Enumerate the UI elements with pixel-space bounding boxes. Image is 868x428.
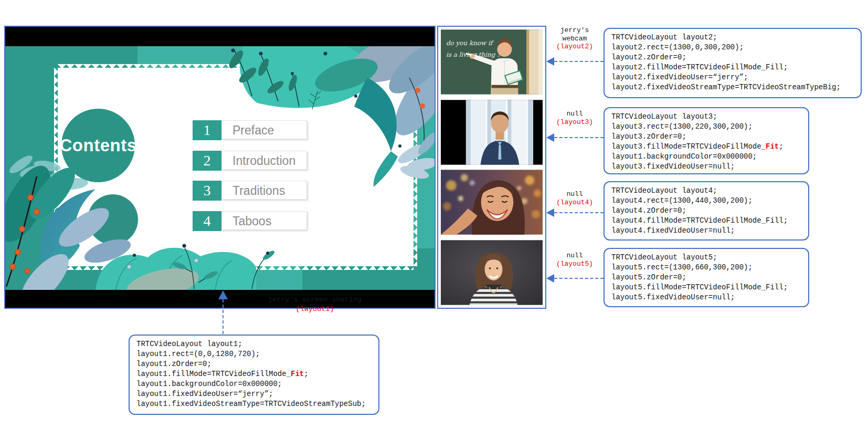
toc-item: 1 Preface bbox=[193, 120, 307, 140]
callout-ref-layout4: (layout4) bbox=[547, 199, 602, 207]
code-line: layout3.zOrder=0; bbox=[611, 132, 801, 142]
toc-item: 3 Traditions bbox=[193, 181, 307, 201]
video-thumb-man-tie bbox=[441, 100, 543, 165]
arrow-to-thumb-layout2 bbox=[554, 61, 604, 62]
trtc-mix-layout-diagram: Contents 1 Preface 2 Introduction 3 Trad… bbox=[0, 0, 868, 428]
code-line: layout5.rect=(1300,660,300,200); bbox=[611, 263, 801, 273]
code-line: layout1.backgroundColor=0x000000; bbox=[611, 152, 801, 162]
toc-item-label: Introduction bbox=[221, 151, 307, 170]
arrow-to-slide-layout1 bbox=[223, 299, 224, 334]
code-line: layout2.fixedVideoUser=“jerry”; bbox=[611, 72, 854, 82]
code-box-layout4: TRTCVideoLayout layout4;layout4.rect=(13… bbox=[604, 181, 809, 241]
callout-label-layout2: jerry's webcam (layout2) bbox=[547, 26, 602, 51]
slide-title: Contents bbox=[60, 135, 137, 155]
callout-label-layout1: jerry’s screen sharing (layout1) bbox=[236, 295, 394, 314]
screen-share-region: Contents 1 Preface 2 Introduction 3 Trad… bbox=[4, 26, 436, 309]
code-box-layout1: TRTCVideoLayout layout1;layout1.rect=(0,… bbox=[129, 335, 379, 415]
code-line: layout4.fillMode=TRTCVideoFillMode_Fill; bbox=[611, 216, 801, 226]
code-line: layout1.backgroundColor=0x000000; bbox=[136, 379, 372, 389]
toc-item-number: 2 bbox=[193, 151, 221, 171]
video-thumb-striped-woman bbox=[441, 240, 543, 305]
code-line: layout2.zOrder=0; bbox=[611, 53, 854, 62]
code-line: layout1.rect=(0,0,1280,720); bbox=[136, 349, 372, 359]
callout-ref-layout5: (layout5) bbox=[547, 260, 602, 268]
toc-item-number: 3 bbox=[193, 181, 221, 201]
code-line: layout3.rect=(1300,220,300,200); bbox=[611, 122, 801, 132]
callout-ref-layout1: (layout1) bbox=[236, 305, 394, 314]
man-portrait bbox=[466, 100, 533, 164]
arrowhead-layout5 bbox=[546, 274, 554, 283]
arrowhead-layout3 bbox=[546, 133, 554, 142]
callout-label-layout3: null (layout3) bbox=[547, 110, 602, 126]
code-line: layout3.fillMode=TRTCVideoFillMode_Fit; bbox=[611, 142, 801, 152]
arrowhead-layout2 bbox=[546, 57, 554, 66]
code-box-layout5: TRTCVideoLayout layout5;layout5.rect=(13… bbox=[604, 248, 809, 307]
arrowhead-layout4 bbox=[546, 208, 554, 217]
code-line: TRTCVideoLayout layout5; bbox=[611, 253, 801, 263]
callout-label-layout5: null (layout5) bbox=[547, 252, 602, 268]
toc-item-number: 1 bbox=[193, 120, 221, 140]
code-line: TRTCVideoLayout layout4; bbox=[611, 186, 801, 196]
code-line: TRTCVideoLayout layout2; bbox=[611, 33, 854, 43]
code-line: layout1.fixedVideoStreamType=TRTCVideoSt… bbox=[136, 399, 372, 409]
code-line: layout3.fixedVideoUser=null; bbox=[611, 162, 801, 172]
video-thumb-selfie-woman bbox=[441, 170, 543, 235]
webcam-strip: do you know if is a living thing ? bbox=[437, 26, 546, 309]
callout-label-layout4: null (layout4) bbox=[547, 190, 602, 206]
callout-ref-layout3: (layout3) bbox=[547, 118, 602, 127]
code-box-layout2: TRTCVideoLayout layout2;layout2.rect=(13… bbox=[604, 28, 862, 98]
toc-item: 4 Taboos bbox=[193, 211, 307, 231]
code-line: layout2.fixedVideoStreamType=TRTCVideoSt… bbox=[611, 82, 854, 92]
code-line: layout4.rect=(1300,440,300,200); bbox=[611, 196, 801, 206]
code-line: layout5.fixedVideoUser=null; bbox=[611, 293, 801, 302]
code-line: layout5.fillMode=TRTCVideoFillMode_Fill; bbox=[611, 283, 801, 293]
code-line: layout1.fillMode=TRTCVideoFillMode_Fit; bbox=[136, 369, 372, 379]
code-line: TRTCVideoLayout layout1; bbox=[136, 339, 372, 349]
arrow-to-thumb-layout4 bbox=[554, 212, 604, 213]
code-line: layout2.fillMode=TRTCVideoFillMode_Fill; bbox=[611, 62, 854, 72]
callout-ref-layout2: (layout2) bbox=[547, 43, 602, 51]
toc-item-label: Taboos bbox=[221, 211, 307, 230]
code-line: layout1.fixedVideoUser=“jerry”; bbox=[136, 389, 372, 399]
toc-item-number: 4 bbox=[193, 211, 221, 231]
toc-item-label: Preface bbox=[221, 120, 307, 139]
code-line: TRTCVideoLayout layout3; bbox=[611, 112, 801, 122]
code-line: layout5.zOrder=0; bbox=[611, 273, 801, 283]
code-line: layout1.zOrder=0; bbox=[136, 359, 372, 369]
code-line: layout4.zOrder=0; bbox=[611, 206, 801, 216]
toc-item: 2 Introduction bbox=[193, 151, 307, 171]
arrow-to-thumb-layout5 bbox=[554, 278, 604, 279]
presentation-slide: Contents 1 Preface 2 Introduction 3 Trad… bbox=[5, 46, 435, 290]
contents-circle: Contents bbox=[61, 109, 135, 182]
arrowhead-layout1 bbox=[218, 290, 228, 299]
toc-item-label: Traditions bbox=[221, 181, 307, 200]
code-box-layout3: TRTCVideoLayout layout3;layout3.rect=(13… bbox=[604, 107, 809, 174]
video-thumb-teacher: do you know if is a living thing ? bbox=[441, 29, 543, 95]
code-line: layout4.fixedVideoUser=null; bbox=[611, 226, 801, 236]
code-line: layout2.rect=(1300,0,300,200); bbox=[611, 43, 854, 53]
chalk-text-line1: do you know if bbox=[446, 39, 494, 47]
arrow-to-thumb-layout3 bbox=[554, 137, 604, 138]
